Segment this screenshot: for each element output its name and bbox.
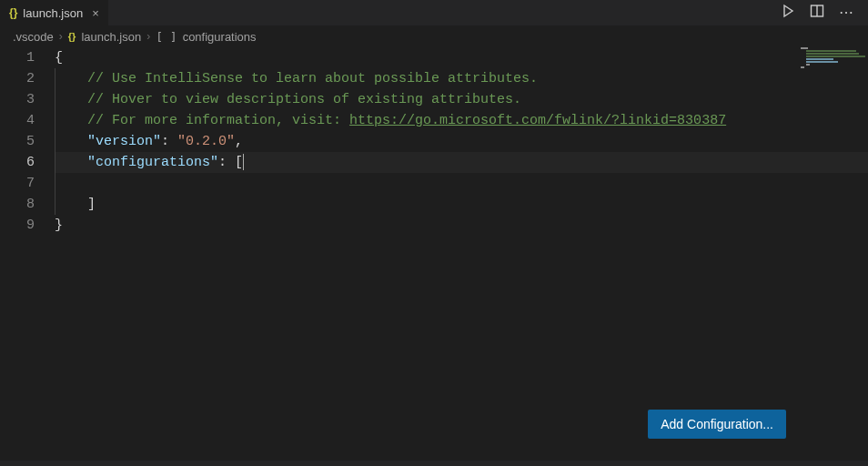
run-icon[interactable] bbox=[781, 4, 795, 22]
code-line[interactable]: "configurations": [ bbox=[55, 152, 868, 173]
json-icon: {} bbox=[9, 6, 17, 19]
text-cursor bbox=[243, 154, 244, 170]
line-number: 2 bbox=[0, 68, 35, 89]
line-number: 5 bbox=[0, 131, 35, 152]
breadcrumb[interactable]: .vscode › {} launch.json › [ ] configura… bbox=[0, 25, 868, 47]
editor-tab-launch-json[interactable]: {} launch.json × bbox=[0, 0, 108, 25]
chevron-right-icon: › bbox=[59, 30, 63, 43]
line-number-gutter: 1 2 3 4 5 6 7 8 9 bbox=[0, 47, 55, 236]
line-number: 1 bbox=[0, 47, 35, 68]
breadcrumb-seg-file[interactable]: launch.json bbox=[81, 30, 141, 44]
line-number: 4 bbox=[0, 110, 35, 131]
chevron-right-icon: › bbox=[146, 30, 150, 43]
tab-filename: launch.json bbox=[23, 6, 83, 20]
tab-bar: {} launch.json × ⋯ bbox=[0, 0, 868, 25]
split-editor-icon[interactable] bbox=[810, 4, 824, 22]
minimap[interactable] bbox=[801, 47, 864, 75]
code-line[interactable]: // For more information, visit: https://… bbox=[55, 110, 868, 131]
line-number: 8 bbox=[0, 194, 35, 215]
code-editor[interactable]: 1 2 3 4 5 6 7 8 9 { // Use IntelliSense … bbox=[0, 47, 868, 236]
code-line[interactable] bbox=[55, 173, 868, 194]
more-icon[interactable]: ⋯ bbox=[839, 4, 855, 22]
code-content[interactable]: { // Use IntelliSense to learn about pos… bbox=[55, 47, 868, 236]
code-line[interactable]: // Use IntelliSense to learn about possi… bbox=[55, 68, 868, 89]
array-icon: [ ] bbox=[156, 30, 177, 44]
add-configuration-button[interactable]: Add Configuration... bbox=[648, 410, 786, 439]
code-line[interactable]: ] bbox=[55, 194, 868, 215]
line-number: 6 bbox=[0, 152, 35, 173]
code-line[interactable]: "version": "0.2.0", bbox=[55, 131, 868, 152]
line-number: 9 bbox=[0, 215, 35, 236]
tab-actions: ⋯ bbox=[781, 4, 868, 22]
code-line[interactable]: { bbox=[55, 47, 868, 68]
doc-link[interactable]: https://go.microsoft.com/fwlink/?linkid=… bbox=[349, 113, 726, 128]
code-line[interactable]: // Hover to view descriptions of existin… bbox=[55, 89, 868, 110]
code-line[interactable]: } bbox=[55, 215, 868, 236]
line-number: 7 bbox=[0, 173, 35, 194]
breadcrumb-seg-folder[interactable]: .vscode bbox=[13, 30, 54, 44]
status-bar-area bbox=[0, 461, 868, 466]
json-icon: {} bbox=[68, 31, 76, 42]
line-number: 3 bbox=[0, 89, 35, 110]
close-icon[interactable]: × bbox=[92, 6, 99, 20]
breadcrumb-seg-node[interactable]: configurations bbox=[183, 30, 257, 44]
